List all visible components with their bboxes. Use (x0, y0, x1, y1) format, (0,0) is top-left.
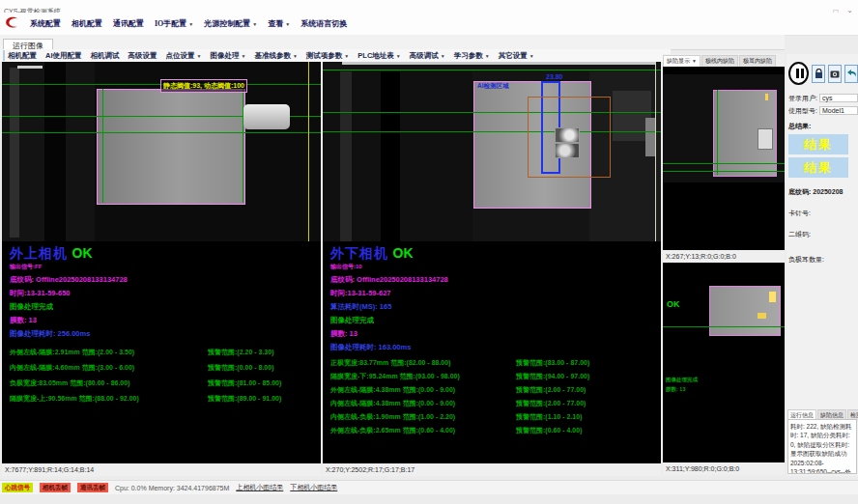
green-guide-vline (102, 89, 103, 203)
green-guide-vline (717, 90, 718, 175)
measurement-row: 内侧左线-隔膜:4.38mm 范围:(0.00 - 9.00) 预警范围:(2.… (330, 399, 659, 408)
camera-button[interactable] (828, 65, 842, 83)
camera-top-panel: 静态阈值:93, 动态阈值:100 外上相机 OK 输出信号:FF 底纹码: O… (2, 62, 321, 476)
camera-dropframe-badge: 相机丢帧 (40, 483, 71, 492)
tool-point-settings[interactable]: 点位设置▼ (166, 51, 202, 61)
login-row: 登录用户: cys (788, 94, 856, 103)
bottom-camera-result-link[interactable]: 下相机小图结果 (290, 483, 337, 492)
menu-item-view[interactable]: 查看▼ (268, 18, 290, 29)
measurement-warn: 预警范围:(83.00 - 87.00) (516, 358, 589, 368)
tool-other-settings[interactable]: 其它设置▼ (499, 51, 534, 61)
tool-test-params[interactable]: 测试项参数▼ (306, 51, 349, 61)
tool-advanced-settings[interactable]: 高级设置 (129, 51, 157, 61)
dropdown-arrow-icon: ▼ (529, 53, 534, 59)
camera-top-done: 图像处理完成 (10, 302, 319, 312)
result-box-top: 结果 (788, 134, 848, 154)
yellow-mark (769, 292, 776, 302)
camera-top-measurements: 外侧左线-隔膜:2.91mm 范围:(2.00 - 3.50) 预警范围:(2.… (10, 348, 319, 404)
tool-image-processing-label: 图像处理 (210, 51, 239, 60)
menu-item-camera-config[interactable]: 相机配置 (72, 18, 102, 29)
tool-image-processing[interactable]: 图像处理▼ (210, 51, 245, 61)
menu-item-io-config-label: IO手配置 (155, 19, 186, 28)
tab-strip: 运行图像 (0, 35, 785, 50)
dropdown-arrow-icon: ▼ (241, 53, 245, 59)
logout-button[interactable] (844, 65, 858, 83)
title-bar: CYS-视觉检测系统 — □ × (0, 0, 858, 13)
top-camera-result-link[interactable]: 上相机小图结果 (236, 483, 283, 492)
right-sidebar: 登录用户: cys 使用型号: Model1 总结果: 结果 结果 底纹码: 2… (786, 54, 858, 476)
tool-camera-debug[interactable]: 相机调试 (91, 51, 120, 61)
model-row: 使用型号: Model1 (788, 106, 856, 116)
machinery-band (381, 71, 400, 241)
camera-top-status: OK (72, 245, 93, 261)
menu-item-system-config[interactable]: 系统配置 (30, 18, 61, 29)
camera-bottom-film-count: 膜数: 13 (330, 329, 659, 339)
pause-button[interactable] (788, 62, 809, 85)
camera-top-barcode: 底纹码: Offline20250208133134728 (10, 275, 319, 285)
tool-baseline-params[interactable]: 基准线参数▼ (254, 51, 297, 61)
pin-label: 卡针号: (788, 210, 811, 216)
serial-label: 底纹码: 20250208 (788, 188, 843, 195)
yellow-mark (758, 313, 766, 319)
camera-icon (830, 70, 840, 78)
model-value-field[interactable]: Model1 (819, 106, 858, 115)
camera-top-image[interactable]: 静态阈值:93, 动态阈值:100 (2, 62, 321, 241)
bright-blob (758, 128, 773, 150)
tool-test-params-label: 测试项参数 (306, 51, 343, 60)
tool-learning-params[interactable]: 学习参数▼ (454, 51, 490, 61)
measurement-warn: 预警范围:(81.00 - 85.00) (208, 378, 281, 388)
measurement-row: 外侧左线-负极:2.65mm 范围:(0.60 - 4.00) 预警范围:(0.… (330, 426, 659, 435)
camera-top-proc-time: 图像处理耗时: 256.00ms (10, 329, 319, 339)
measurement-value: 内侧左线-负极:1.90mm 范围:(1.00 - 2.20) (330, 412, 516, 422)
dropdown-arrow-icon: ▼ (293, 53, 298, 59)
lock-button[interactable] (812, 65, 825, 83)
run-log[interactable]: 耗时: 222, 缺陷检测耗时: 17, 缺陷分类耗时: 0, 缺陷提取分区耗时… (787, 419, 857, 474)
tool-ai-config[interactable]: AI使用配置 (45, 51, 82, 61)
tool-advanced-debug[interactable]: 高级调试▼ (410, 51, 445, 61)
camera-bottom-image[interactable]: AI检测区域 23.80 (323, 62, 661, 241)
thumbnail-bottom[interactable]: OK 图像处理完成 膜数: 13 X:311;Y:980;R:0;G:0;B:0 (663, 263, 785, 475)
camera-top-time: 时间:13-31-59-650 (10, 289, 319, 298)
machinery-blob (645, 118, 655, 156)
thumb-tab-tab-defect[interactable]: 极耳内缺陷 (739, 55, 776, 67)
yellow-edge-line (308, 62, 309, 241)
menu-item-comm-config[interactable]: 通讯配置 (113, 18, 144, 29)
camera-bottom-coords: X:270;Y:2502;R:17;G:17;B:17 (323, 463, 661, 476)
tool-advanced-debug-label: 高级调试 (410, 51, 439, 60)
heartbeat-badge: 心跳信号 (2, 483, 33, 492)
machinery-highlight (17, 66, 43, 69)
dropdown-arrow-icon: ▼ (252, 22, 257, 27)
lock-icon (815, 69, 823, 79)
tool-camera-config[interactable]: 相机配置 (8, 51, 37, 61)
camera-bottom-overlay: 外下相机 OK 输出信号:10 底纹码: Offline202502081331… (330, 245, 659, 439)
tool-point-settings-label: 点位设置 (166, 51, 195, 60)
roller-blob (243, 104, 290, 129)
camera-top-overlay: 外上相机 OK 输出信号:FF 底纹码: Offline202502081331… (10, 245, 319, 409)
thumb-tab-defect-display[interactable]: 缺陷显示▼ (663, 55, 701, 67)
thumbnail-bottom-line1: 图像处理完成 (666, 377, 698, 383)
thumbnail-tabs: 缺陷显示▼ 极线内缺陷 极耳内缺陷 (663, 54, 785, 67)
ai-region-label: AI检测区域 (477, 82, 509, 91)
tool-baseline-params-label: 基准线参数 (254, 51, 291, 60)
measurement-value: 正极宽度:83.77mm 范围:(82.00 - 88.00) (330, 358, 516, 368)
tab-count-label: 负极耳数量: (788, 256, 824, 263)
app-window: CYS-视觉检测系统 — □ × 系统配置 相机配置 通讯配置 IO手配置▼ 光… (0, 0, 858, 504)
qr-label: 二维码: (788, 231, 811, 238)
machinery-top-strip (342, 62, 656, 65)
thumb-tab-line-defect[interactable]: 极线内缺陷 (701, 55, 738, 67)
green-guide-line (663, 171, 785, 172)
menu-item-language-switch[interactable]: 系统语言切换 (300, 18, 347, 29)
tool-plc-address[interactable]: PLC地址表▼ (358, 51, 400, 61)
measurement-row: 外侧左线-隔膜:2.91mm 范围:(2.00 - 3.50) 预警范围:(2.… (10, 348, 319, 357)
measurement-value: 负极宽度:83.05mm 范围:(80.00 - 86.00) (10, 378, 208, 388)
app-logo-icon (5, 15, 19, 33)
camera-bottom-proc-time: 图像处理耗时: 163.00ms (330, 343, 659, 352)
thumbnail-bottom-coords: X:311;Y:980;R:0;G:0;B:0 (663, 462, 785, 475)
menu-item-io-config[interactable]: IO手配置▼ (155, 18, 193, 29)
measurement-warn: 预警范围:(2.00 - 77.00) (516, 385, 586, 395)
menu-bar: 系统配置 相机配置 通讯配置 IO手配置▼ 光源控制配置▼ 查看▼ 系统语言切换 (0, 13, 858, 36)
machinery-band (44, 62, 66, 241)
thumbnail-top[interactable]: X:267;Y:13;R:0;G:0;B:0 (663, 67, 785, 263)
menu-item-light-control[interactable]: 光源控制配置▼ (204, 18, 257, 29)
camera-bottom-barcode: 底纹码: Offline20250208133134728 (330, 275, 659, 285)
